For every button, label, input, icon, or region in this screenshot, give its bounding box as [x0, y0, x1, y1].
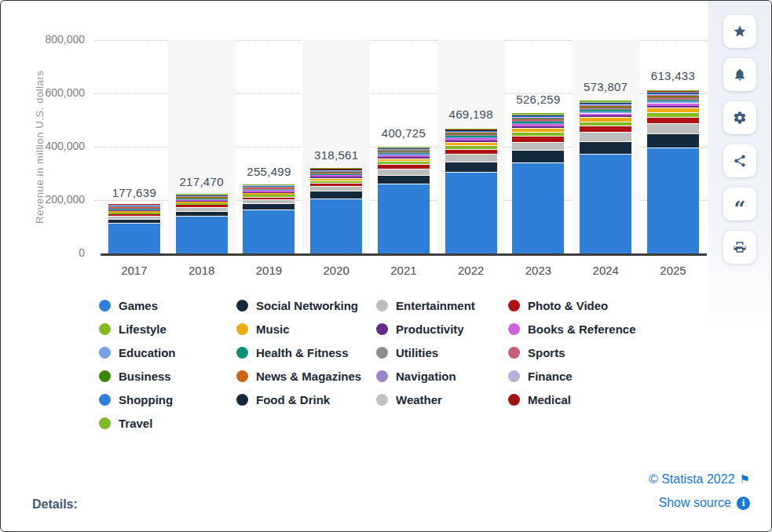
legend-item-education[interactable]: Education	[99, 346, 236, 359]
legend-item-music[interactable]: Music	[236, 322, 376, 336]
legend-dot-icon	[99, 323, 111, 335]
legend-item-games[interactable]: Games	[99, 299, 236, 312]
bar-total-label: 255,499	[247, 165, 291, 178]
x-axis-label: 2018	[168, 264, 236, 277]
details-label: Details:	[32, 497, 78, 512]
legend-dot-icon	[376, 323, 388, 335]
x-axis-label: 2023	[505, 264, 573, 277]
citation-button[interactable]: “	[723, 188, 756, 220]
quote-icon: “	[734, 195, 746, 213]
bar-segment[interactable]	[310, 199, 362, 253]
toolbar-rail: “	[708, 1, 771, 531]
stacked-bar-2025[interactable]	[647, 90, 699, 253]
bar-column-2017: 177,6392017	[101, 40, 168, 253]
legend-dot-icon	[508, 300, 520, 312]
legend-item-utilities[interactable]: Utilities	[376, 346, 508, 359]
legend-item-entertainment[interactable]: Entertainment	[376, 299, 508, 312]
bar-column-2021: 400,7252021	[370, 40, 437, 253]
bar-segment[interactable]	[243, 210, 295, 253]
legend-dot-icon	[508, 370, 520, 382]
legend-item-news-magazines[interactable]: News & Magazines	[236, 370, 376, 383]
bar-segment[interactable]	[580, 141, 631, 155]
bar-segment[interactable]	[378, 175, 430, 184]
legend-item-sports[interactable]: Sports	[508, 346, 708, 359]
legend-item-photo-video[interactable]: Photo & Video	[508, 299, 708, 312]
bar-segment[interactable]	[108, 223, 160, 253]
bar-segment[interactable]	[378, 169, 430, 175]
favorite-button[interactable]	[723, 15, 756, 48]
legend-label: News & Magazines	[256, 370, 361, 383]
share-button[interactable]	[723, 144, 756, 177]
legend-dot-icon	[99, 417, 111, 429]
settings-button[interactable]	[723, 101, 756, 134]
bar-segment[interactable]	[243, 203, 295, 209]
legend-item-weather[interactable]: Weather	[376, 393, 508, 406]
bar-segment[interactable]	[445, 162, 497, 173]
legend-label: Navigation	[396, 370, 456, 383]
bar-column-2019: 255,4992019	[236, 40, 303, 253]
statista-copyright-link[interactable]: © Statista 2022 ⚑	[649, 472, 750, 486]
info-icon: i	[737, 497, 750, 510]
stacked-bar-2017[interactable]	[108, 204, 160, 253]
bar-segment[interactable]	[580, 132, 631, 141]
legend-item-books-reference[interactable]: Books & Reference	[508, 322, 708, 336]
legend-item-business[interactable]: Business	[99, 370, 236, 383]
bar-segment[interactable]	[445, 154, 497, 162]
show-source-link[interactable]: Show source i	[659, 496, 751, 510]
bar-segment[interactable]	[310, 191, 362, 198]
statista-chart-widget: Revenue in million U.S. dollars 800,0006…	[0, 0, 772, 532]
legend-item-navigation[interactable]: Navigation	[376, 370, 508, 383]
print-icon	[733, 240, 747, 254]
legend-dot-icon	[236, 394, 248, 406]
legend-dot-icon	[508, 394, 520, 406]
bar-segment[interactable]	[512, 150, 564, 162]
legend-item-travel[interactable]: Travel	[99, 417, 236, 430]
stacked-bar-2021[interactable]	[378, 147, 430, 253]
legend-label: Weather	[396, 393, 442, 406]
bar-segment[interactable]	[580, 154, 631, 253]
bar-segment[interactable]	[445, 172, 497, 253]
legend-item-food-drink[interactable]: Food & Drink	[236, 393, 376, 406]
bar-segment[interactable]	[378, 184, 430, 253]
bar-total-label: 469,198	[449, 107, 493, 121]
bell-icon	[733, 67, 747, 82]
bar-segment[interactable]	[512, 142, 564, 151]
stacked-bar-2023[interactable]	[512, 113, 564, 253]
bar-total-label: 573,807	[584, 80, 627, 93]
y-tick-label: 200,000	[1, 193, 85, 206]
bar-segment[interactable]	[580, 126, 631, 132]
legend-item-lifestyle[interactable]: Lifestyle	[99, 322, 236, 336]
legend-dot-icon	[376, 370, 388, 382]
legend-label: Social Networking	[256, 299, 358, 312]
legend-item-social-networking[interactable]: Social Networking	[236, 299, 376, 312]
legend-item-shopping[interactable]: Shopping	[99, 393, 236, 406]
bar-segment[interactable]	[647, 133, 699, 148]
legend-item-finance[interactable]: Finance	[508, 370, 708, 383]
chart-area: Revenue in million U.S. dollars 800,0006…	[1, 1, 708, 285]
stacked-bar-2019[interactable]	[243, 184, 295, 253]
legend-item-medical[interactable]: Medical	[508, 393, 708, 406]
alert-button[interactable]	[723, 58, 756, 91]
print-button[interactable]	[723, 231, 756, 264]
share-icon	[733, 154, 747, 168]
bar-segment[interactable]	[647, 123, 699, 133]
bar-column-2025: 613,4332025	[639, 40, 707, 253]
bar-segment[interactable]	[647, 148, 699, 254]
legend-dot-icon	[508, 347, 520, 359]
bar-segment[interactable]	[512, 162, 564, 253]
legend-label: Finance	[528, 370, 573, 383]
bar-segment[interactable]	[647, 117, 699, 123]
copyright-text: © Statista 2022	[649, 472, 735, 486]
legend-item-health-fitness[interactable]: Health & Fitness	[236, 346, 376, 359]
legend-label: Music	[256, 322, 290, 336]
legend-item-productivity[interactable]: Productivity	[376, 322, 508, 336]
stacked-bar-2024[interactable]	[580, 100, 631, 253]
x-axis-label: 2025	[639, 264, 707, 277]
stacked-bar-2020[interactable]	[310, 168, 362, 253]
stacked-bar-2022[interactable]	[445, 129, 497, 253]
stacked-bar-2018[interactable]	[176, 194, 228, 253]
bar-segment[interactable]	[176, 216, 228, 253]
bar-segment[interactable]	[512, 136, 564, 141]
bar-total-label: 400,725	[382, 126, 426, 140]
star-icon	[733, 24, 747, 38]
